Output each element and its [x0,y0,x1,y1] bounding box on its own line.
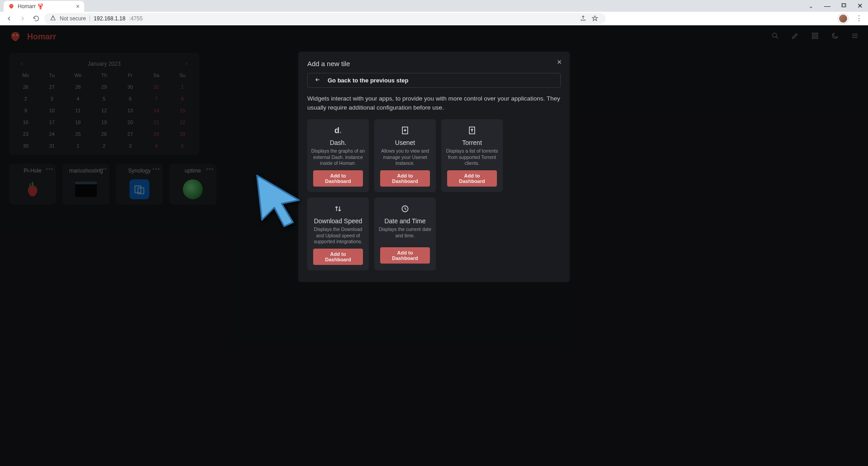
svg-rect-3 [842,4,845,7]
widget-desc: Displays a list of torrents from support… [445,148,499,167]
add-to-dashboard-button[interactable]: Add to Dashboard [313,249,363,265]
modal-close-icon[interactable]: × [554,57,564,67]
profile-avatar[interactable] [838,14,848,24]
tab-title: Homarr 🦞 [18,3,44,10]
window-controls: ⌄ — ✕ [803,0,868,12]
browser-tabstrip: Homarr 🦞 × ⌄ — ✕ [0,0,868,12]
usenet-icon [401,125,410,136]
urlbar-actions [577,13,600,24]
widget-title: Usenet [395,139,415,146]
url-bar[interactable]: Not secure 192.168.1.18:4755 [44,13,606,24]
minimize-icon[interactable]: — [819,2,835,10]
widget-desc: Displays the graphs of an external Dash.… [311,148,365,167]
address-port: :4755 [129,15,143,22]
browser-tab[interactable]: Homarr 🦞 × [4,1,84,12]
address-host: 192.168.1.18 [94,15,125,22]
modal-title: Add a new tile [307,60,561,67]
widget-tile-speed: Download SpeedDisplays the Download and … [307,197,369,270]
svg-point-0 [10,5,11,6]
chrome-menu-icon[interactable]: ⋮ [854,13,864,24]
add-to-dashboard-button[interactable]: Add to Dashboard [447,170,497,187]
security-label: Not secure [60,15,86,22]
widget-title: Torrent [462,139,482,146]
nav-forward-icon[interactable] [17,13,28,24]
arrow-left-icon [314,77,321,84]
widget-tiles: d.Dash.Displays the graphs of an externa… [307,119,561,270]
go-back-label: Go back to the previous step [328,77,408,84]
maximize-icon[interactable] [835,2,852,10]
add-tile-modal: × Add a new tile Go back to the previous… [298,52,570,282]
dash-icon: d. [334,125,342,136]
modal-description: Widgets interact with your apps, to prov… [307,94,561,112]
svg-rect-2 [841,4,844,7]
reload-icon[interactable] [31,13,42,24]
nav-back-icon[interactable] [4,13,14,24]
widget-tile-datetime: Date and TimeDisplays the current date a… [374,197,436,270]
app-root: Homarr ‹ January 2023 › [0,25,868,466]
go-back-button[interactable]: Go back to the previous step [307,73,561,88]
chevron-down-icon[interactable]: ⌄ [803,2,819,10]
urlbar-separator [90,15,90,22]
widget-title: Download Speed [314,217,362,225]
widget-tile-dash: d.Dash.Displays the graphs of an externa… [307,119,369,192]
widget-tile-usenet: UsenetAllows you to view and manage your… [374,119,436,192]
speed-icon [333,203,343,215]
close-window-icon[interactable]: ✕ [852,2,868,10]
add-to-dashboard-button[interactable]: Add to Dashboard [380,170,430,187]
browser-toolbar: Not secure 192.168.1.18:4755 ⋮ [0,12,868,25]
svg-point-1 [12,5,12,6]
bookmark-icon[interactable] [589,13,600,24]
widget-desc: Allows you to view and manage your Usene… [378,148,432,167]
share-icon[interactable] [577,13,588,24]
homarr-favicon [8,3,14,10]
not-secure-icon [50,14,56,22]
datetime-icon [401,203,410,215]
add-to-dashboard-button[interactable]: Add to Dashboard [313,170,363,187]
widget-desc: Displays the Download and Upload speed o… [311,226,365,245]
widget-title: Date and Time [384,217,425,225]
torrent-icon [467,125,477,136]
widget-tile-torrent: TorrentDisplays a list of torrents from … [441,119,503,192]
add-to-dashboard-button[interactable]: Add to Dashboard [380,247,430,264]
widget-desc: Displays the current date and time. [378,226,432,244]
widget-title: Dash. [330,139,347,146]
tab-close-icon[interactable]: × [76,3,80,10]
